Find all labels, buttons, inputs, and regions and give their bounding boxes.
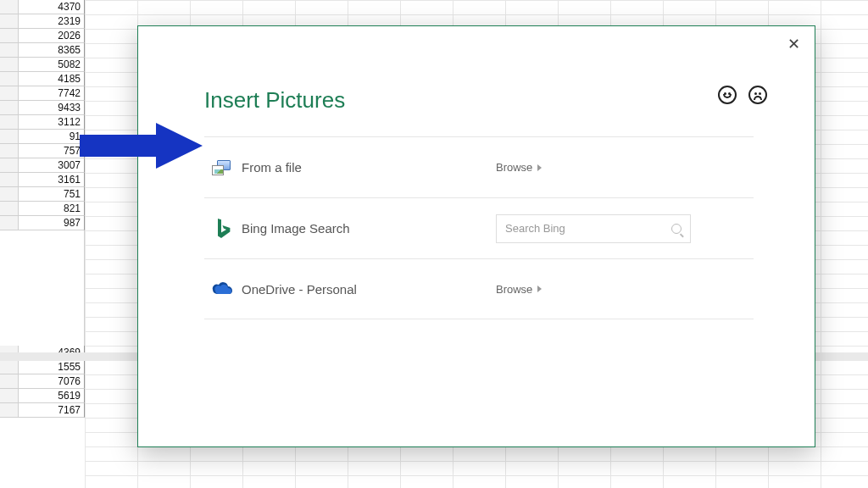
cell[interactable]: 7742: [19, 86, 85, 101]
insert-pictures-dialog: ✕ Insert Pictures From a file Browse Bin…: [137, 25, 815, 447]
bing-icon: [204, 218, 242, 240]
cell[interactable]: 821: [19, 202, 85, 216]
browse-onedrive-link[interactable]: Browse: [496, 283, 542, 296]
cell[interactable]: 7167: [19, 403, 85, 418]
cell[interactable]: 4185: [19, 72, 85, 86]
cell[interactable]: 987: [19, 216, 85, 230]
cell[interactable]: 3161: [19, 173, 85, 187]
browse-file-link[interactable]: Browse: [496, 161, 542, 174]
file-icon: [204, 158, 242, 177]
cell[interactable]: 2026: [19, 29, 85, 43]
cell[interactable]: 5082: [19, 58, 85, 72]
cell[interactable]: 3112: [19, 115, 85, 130]
option-onedrive-label: OneDrive - Personal: [242, 282, 496, 297]
feedback-faces: [718, 86, 767, 104]
cell[interactable]: 8365: [19, 43, 85, 58]
option-bing-search[interactable]: Bing Image Search Search Bing: [204, 197, 754, 258]
bing-search-input[interactable]: Search Bing: [496, 214, 691, 243]
cell[interactable]: 4370: [19, 0, 85, 14]
cell[interactable]: 757: [19, 144, 85, 158]
option-from-file-label: From a file: [242, 160, 496, 175]
option-onedrive[interactable]: OneDrive - Personal Browse: [204, 258, 754, 319]
onedrive-icon: [204, 281, 242, 297]
cell[interactable]: 751: [19, 187, 85, 202]
dialog-title: Insert Pictures: [204, 87, 345, 114]
close-icon[interactable]: ✕: [784, 35, 803, 53]
option-from-file[interactable]: From a file Browse: [204, 136, 754, 197]
search-icon: [671, 224, 682, 234]
insert-options-list: From a file Browse Bing Image Search Sea…: [204, 136, 754, 319]
cell[interactable]: 1555: [19, 360, 85, 374]
cell[interactable]: 5619: [19, 389, 85, 403]
option-bing-label: Bing Image Search: [242, 221, 496, 236]
cell[interactable]: 91: [19, 130, 85, 144]
feedback-sad-icon[interactable]: [748, 86, 767, 104]
feedback-happy-icon[interactable]: [718, 86, 737, 104]
bing-search-placeholder: Search Bing: [505, 222, 565, 235]
cell[interactable]: 2319: [19, 14, 85, 29]
cell[interactable]: 7076: [19, 374, 85, 389]
cell[interactable]: 3007: [19, 158, 85, 173]
cell[interactable]: 9433: [19, 101, 85, 115]
